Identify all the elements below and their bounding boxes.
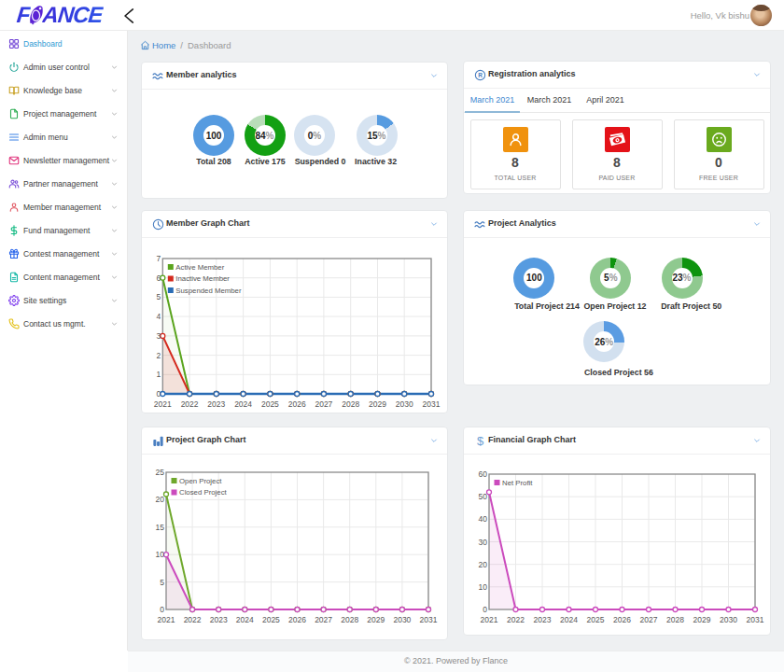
svg-text:2031: 2031 xyxy=(423,399,441,409)
svg-text:50: 50 xyxy=(479,492,488,501)
svg-text:2027: 2027 xyxy=(315,615,332,624)
svg-text:20: 20 xyxy=(156,495,165,504)
svg-text:2029: 2029 xyxy=(369,399,386,409)
svg-text:60: 60 xyxy=(479,469,488,479)
svg-text:4: 4 xyxy=(157,312,161,321)
svg-text:2029: 2029 xyxy=(367,615,385,624)
svg-text:2022: 2022 xyxy=(181,399,199,409)
svg-text:2030: 2030 xyxy=(720,615,737,624)
svg-text:6: 6 xyxy=(157,273,161,283)
svg-text:15: 15 xyxy=(156,523,165,532)
svg-text:0: 0 xyxy=(157,389,161,399)
svg-text:5: 5 xyxy=(160,578,164,587)
svg-text:Net Profit: Net Profit xyxy=(502,479,533,487)
svg-text:2025: 2025 xyxy=(261,399,279,409)
svg-text:7: 7 xyxy=(157,254,161,263)
svg-text:2024: 2024 xyxy=(236,615,254,624)
svg-text:2023: 2023 xyxy=(534,615,552,624)
svg-text:2026: 2026 xyxy=(288,615,306,624)
svg-text:2027: 2027 xyxy=(315,399,332,409)
svg-text:2022: 2022 xyxy=(507,615,525,624)
svg-text:3: 3 xyxy=(157,331,161,341)
svg-text:2021: 2021 xyxy=(154,399,172,409)
svg-text:2024: 2024 xyxy=(234,399,252,409)
svg-text:2031: 2031 xyxy=(420,615,438,624)
svg-text:2031: 2031 xyxy=(747,615,764,624)
svg-text:2028: 2028 xyxy=(666,615,684,624)
svg-text:Suspended Member: Suspended Member xyxy=(175,287,242,295)
svg-text:20: 20 xyxy=(479,560,488,569)
svg-text:1: 1 xyxy=(157,370,161,379)
svg-text:2030: 2030 xyxy=(396,399,413,409)
svg-text:0: 0 xyxy=(483,605,487,614)
svg-text:2: 2 xyxy=(157,351,161,360)
svg-text:2025: 2025 xyxy=(587,615,605,624)
svg-text:Inactive Member: Inactive Member xyxy=(175,274,230,283)
svg-text:Open Project: Open Project xyxy=(179,477,222,485)
svg-text:2030: 2030 xyxy=(393,615,411,624)
svg-text:2026: 2026 xyxy=(613,615,631,624)
svg-text:25: 25 xyxy=(156,468,165,477)
svg-text:40: 40 xyxy=(479,514,488,524)
svg-text:R: R xyxy=(478,72,483,78)
svg-text:0: 0 xyxy=(160,605,164,614)
svg-text:2028: 2028 xyxy=(341,615,358,624)
svg-text:10: 10 xyxy=(156,550,165,559)
svg-text:5: 5 xyxy=(157,292,161,301)
svg-text:2023: 2023 xyxy=(207,399,225,409)
svg-text:2025: 2025 xyxy=(262,615,280,624)
svg-text:2028: 2028 xyxy=(342,399,359,409)
svg-text:10: 10 xyxy=(479,582,488,592)
svg-text:2021: 2021 xyxy=(481,615,498,624)
svg-text:2026: 2026 xyxy=(288,399,306,409)
svg-text:2024: 2024 xyxy=(560,615,578,624)
svg-text:2023: 2023 xyxy=(210,615,228,624)
svg-text:2029: 2029 xyxy=(693,615,711,624)
svg-text:2021: 2021 xyxy=(158,615,175,624)
svg-text:2027: 2027 xyxy=(640,615,658,624)
svg-text:Active Member: Active Member xyxy=(175,263,224,272)
svg-text:30: 30 xyxy=(479,538,488,547)
svg-text:2022: 2022 xyxy=(184,615,202,624)
svg-text:Closed Project: Closed Project xyxy=(179,488,228,497)
